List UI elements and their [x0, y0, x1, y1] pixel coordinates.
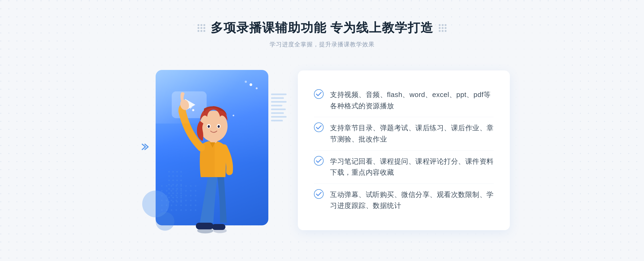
svg-point-35 [172, 192, 174, 194]
svg-point-27 [172, 184, 174, 185]
svg-point-19 [172, 175, 174, 177]
svg-point-20 [176, 175, 178, 177]
svg-point-23 [172, 180, 174, 181]
features-panel: 支持视频、音频、flash、word、excel、ppt、pdf等各种格式的资源… [298, 70, 510, 230]
svg-point-44 [176, 201, 178, 203]
svg-point-14 [168, 171, 170, 173]
svg-point-45 [180, 201, 182, 203]
check-icon-3 [314, 156, 324, 166]
feature-text-4: 互动弹幕、试听购买、微信分享、观看次数限制、学习进度跟踪、数据统计 [330, 189, 494, 211]
svg-point-31 [172, 188, 174, 190]
svg-point-42 [168, 201, 170, 203]
svg-point-39 [172, 197, 174, 198]
check-icon-2 [314, 122, 324, 132]
page-subtitle: 学习进度全掌握，提升录播课教学效果 [270, 40, 375, 49]
title-dots-right [439, 24, 447, 32]
svg-point-28 [176, 184, 178, 185]
svg-point-13 [218, 125, 220, 128]
svg-point-34 [168, 192, 170, 194]
svg-point-33 [180, 188, 182, 190]
feature-item-2: 支持章节目录、弹题考试、课后练习、课后作业、章节测验、批改作业 [314, 117, 494, 150]
svg-point-46 [192, 109, 194, 111]
svg-rect-6 [212, 224, 225, 230]
title-row: 多项录播课辅助功能 专为线上教学打造 [197, 20, 447, 36]
feature-text-3: 学习笔记回看、课程提问、课程评论打分、课件资料下载，重点内容收藏 [330, 156, 494, 178]
svg-point-40 [176, 197, 178, 198]
svg-point-26 [168, 184, 170, 185]
feature-text-1: 支持视频、音频、flash、word、excel、ppt、pdf等各种格式的资源… [330, 89, 494, 111]
svg-point-29 [180, 184, 182, 185]
svg-point-37 [180, 192, 182, 194]
svg-point-21 [180, 175, 182, 177]
check-icon-1 [314, 89, 324, 99]
figure-illustration [166, 91, 258, 233]
svg-point-11 [208, 125, 210, 128]
svg-point-15 [172, 171, 174, 173]
title-dots-left [197, 24, 205, 32]
svg-point-16 [176, 171, 178, 173]
stripe-deco [271, 89, 287, 126]
page-title: 多项录播课辅助功能 专为线上教学打造 [211, 20, 434, 36]
svg-point-24 [176, 180, 178, 181]
sparkle-1 [250, 83, 252, 86]
svg-rect-5 [196, 223, 213, 229]
svg-point-36 [176, 192, 178, 194]
arrow-left-deco [140, 141, 151, 152]
svg-point-32 [176, 188, 178, 190]
svg-point-41 [180, 197, 182, 198]
svg-point-18 [168, 175, 170, 177]
illustration-area: // Will be rendered via template [134, 62, 290, 239]
svg-point-30 [168, 188, 170, 190]
feature-item-1: 支持视频、音频、flash、word、excel、ppt、pdf等各种格式的资源… [314, 84, 494, 117]
svg-point-22 [168, 180, 170, 181]
header-section: 多项录播课辅助功能 专为线上教学打造 学习进度全掌握，提升录播课教学效果 [197, 20, 447, 49]
sparkle-2 [256, 87, 258, 89]
feature-text-2: 支持章节目录、弹题考试、课后练习、课后作业、章节测验、批改作业 [330, 122, 494, 145]
feature-item-3: 学习笔记回看、课程提问、课程评论打分、课件资料下载，重点内容收藏 [314, 151, 494, 184]
content-area: // Will be rendered via template [134, 62, 510, 239]
svg-point-47 [233, 115, 234, 116]
svg-point-17 [180, 171, 182, 173]
feature-item-4: 互动弹幕、试听购买、微信分享、观看次数限制、学习进度跟踪、数据统计 [314, 184, 494, 217]
svg-point-43 [172, 201, 174, 203]
sparkle-3 [245, 81, 247, 83]
svg-point-25 [180, 180, 182, 181]
check-icon-4 [314, 189, 324, 199]
svg-point-38 [168, 197, 170, 198]
page-wrapper: 多项录播课辅助功能 专为线上教学打造 学习进度全掌握，提升录播课教学效果 [0, 9, 644, 252]
